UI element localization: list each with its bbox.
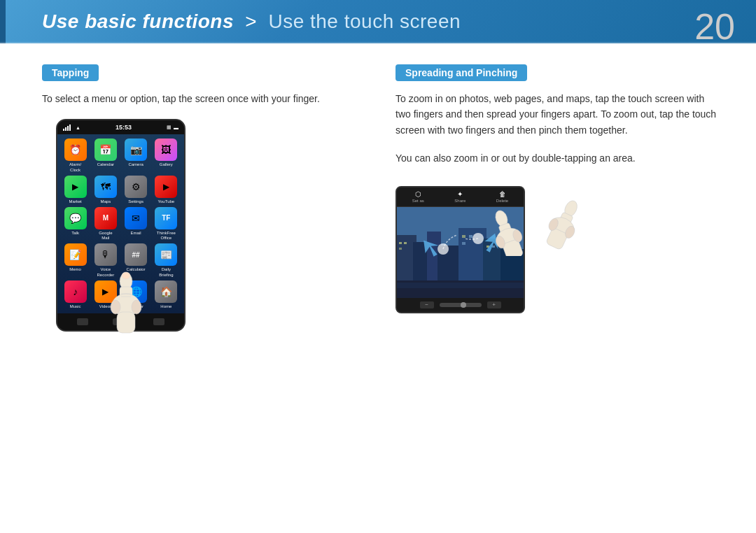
app-icon-gallery: 🖼: [155, 138, 177, 161]
app-settings: ⚙ Settings: [122, 176, 150, 204]
left-column: Tapping To select a menu or option, tap …: [42, 64, 368, 519]
app-clock: ⏰ Alarm/Clock: [62, 138, 89, 172]
spread-bottom-bar: − +: [397, 298, 524, 312]
svg-point-4: [132, 300, 141, 314]
phone-status-bar: ▲ 15:53 ▦ ▬: [57, 120, 184, 134]
signal-bar-4: [69, 125, 71, 131]
spreading-description1: To zoom in on photos, web pages, and map…: [396, 91, 721, 138]
header-title: Use basic functions > Use the touch scre…: [42, 10, 461, 33]
zoom-out-button[interactable]: −: [420, 301, 434, 308]
signal-bar-1: [63, 129, 64, 131]
phone-mockup-container: ▲ 15:53 ▦ ▬ ⏰ Alarm/Clock: [56, 119, 196, 332]
header: Use basic functions > Use the touch scre…: [0, 0, 756, 43]
app-icon-market: ▶: [64, 176, 87, 198]
status-time: 15:53: [115, 124, 132, 131]
wifi-icon: ▦: [167, 125, 172, 130]
page-number: 20: [694, 8, 735, 45]
status-icons: ▦ ▬: [167, 125, 178, 130]
set-as-icon: ⬡: [415, 190, 421, 198]
app-label-gmail: GoogleMail: [99, 231, 112, 241]
status-left: ▲: [63, 124, 80, 131]
app-icon-youtube: ▶: [155, 176, 177, 198]
set-as-label: Set as: [412, 199, 424, 203]
svg-point-6: [122, 272, 130, 279]
spreading-description2: You can also zoom in or out by double-ta…: [396, 150, 721, 166]
app-label-thinkfree: ThinkFreeOffice: [157, 231, 176, 241]
app-market: ▶ Market: [62, 176, 89, 204]
app-icon-camera: 📷: [125, 138, 147, 161]
app-icon-talk: 💬: [64, 207, 87, 229]
app-label-clock: Alarm/Clock: [69, 162, 81, 172]
spread-image-area: ⬡ Set as ✦ Share 🗑 Delete: [396, 186, 721, 313]
header-title-main: Use basic functions: [42, 10, 234, 32]
app-label-youtube: YouTube: [158, 199, 175, 204]
spread-mockup-container: ⬡ Set as ✦ Share 🗑 Delete: [396, 186, 536, 313]
zoom-slider[interactable]: [440, 303, 482, 307]
app-icon-thinkfree: TF: [155, 207, 177, 229]
tool-set-as: ⬡ Set as: [412, 190, 424, 203]
app-thinkfree: TF ThinkFreeOffice: [153, 207, 180, 241]
header-accent: [0, 0, 6, 43]
svg-rect-5: [117, 312, 135, 333]
share-label: Share: [454, 199, 465, 203]
tapping-badge: Tapping: [42, 64, 99, 81]
share-icon: ✦: [457, 190, 463, 198]
right-column: Spreading and Pinching To zoom in on pho…: [396, 64, 721, 519]
finger-tap-illustration: [84, 262, 168, 353]
app-label-camera: Camera: [128, 162, 143, 167]
app-label-maps: Maps: [101, 199, 111, 204]
signal-bar-3: [67, 126, 69, 131]
header-title-sub: Use the touch screen: [268, 10, 461, 32]
tool-share: ✦ Share: [454, 190, 465, 203]
app-gmail: M GoogleMail: [92, 207, 119, 241]
tapping-description: To select a menu or option, tap the scre…: [42, 91, 368, 106]
app-label-gallery: Gallery: [160, 162, 173, 167]
app-talk: 💬 Talk: [62, 207, 89, 241]
app-gallery: 🖼 Gallery: [153, 138, 180, 172]
zoom-in-button[interactable]: +: [487, 301, 501, 308]
app-icon-maps: 🗺: [94, 176, 117, 198]
signal-bar-2: [65, 127, 66, 131]
main-content: Tapping To select a menu or option, tap …: [0, 43, 756, 533]
app-icon-email: ✉: [125, 207, 147, 229]
app-label-settings: Settings: [128, 199, 144, 204]
app-calendar: 📅 Calendar: [92, 138, 119, 172]
app-icon-clock: ⏰: [64, 138, 87, 161]
zoom-slider-thumb: [461, 302, 466, 308]
app-youtube: ▶ YouTube: [153, 176, 180, 204]
spread-hands-illustration: [479, 172, 592, 256]
app-icon-gmail: M: [94, 207, 117, 229]
app-email: ✉ Email: [122, 207, 150, 241]
app-label-calendar: Calendar: [97, 162, 114, 167]
app-label-email: Email: [131, 231, 141, 236]
battery-icon: ▬: [174, 125, 178, 130]
app-label-talk: Talk: [71, 231, 79, 236]
signal-bars: [63, 124, 71, 131]
app-camera: 📷 Camera: [122, 138, 150, 172]
app-icon-music: ♪: [64, 280, 87, 303]
carrier-text: ▲: [76, 125, 80, 130]
app-icon-calendar: 📅: [94, 138, 117, 161]
header-separator: >: [245, 10, 257, 32]
app-label-market: Market: [69, 199, 81, 204]
spreading-badge: Spreading and Pinching: [396, 64, 527, 81]
app-icon-settings: ⚙: [125, 176, 147, 198]
app-icon-memo: 📝: [64, 243, 87, 266]
app-label-music: Music: [70, 304, 81, 309]
app-label-memo: Memo: [69, 267, 81, 272]
app-maps: 🗺 Maps: [92, 176, 119, 204]
svg-point-3: [111, 300, 120, 314]
